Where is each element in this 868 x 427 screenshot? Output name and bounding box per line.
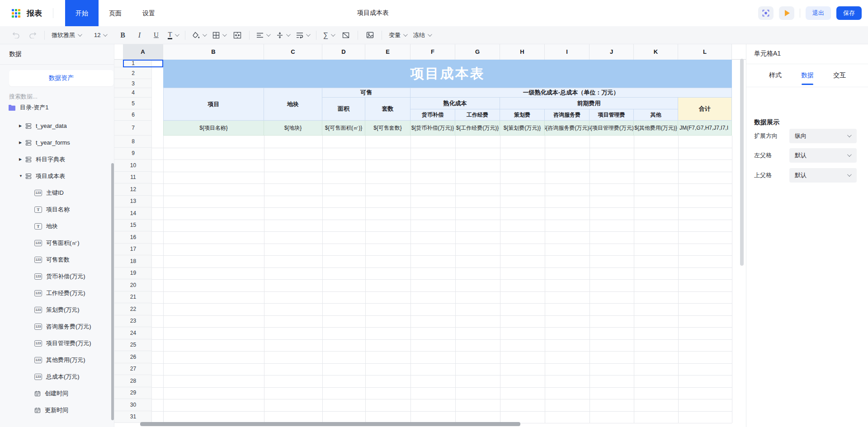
tree-item-策划费(万元)[interactable]: 123策划费(万元) [0, 301, 114, 318]
tab-start[interactable]: 开始 [65, 0, 99, 26]
row-header-28[interactable]: 28 [114, 375, 152, 387]
panel-tab-data[interactable]: 数据 [801, 64, 814, 87]
row-header-5[interactable]: 5 [114, 98, 152, 109]
row-header-31[interactable]: 31 [114, 411, 152, 423]
row-header-7[interactable]: 7 [114, 121, 152, 136]
cell-template-other-fee[interactable]: ${其他费用(万元)} [634, 121, 678, 136]
column-header-J[interactable]: J [590, 44, 634, 60]
redo-button[interactable] [28, 29, 38, 41]
tree-item-主键ID[interactable]: 123主键ID [0, 184, 114, 201]
merge-cells-button[interactable] [232, 29, 242, 41]
row-header-24[interactable]: 24 [114, 327, 152, 339]
cell-header-money-comp[interactable]: 货币补偿 [410, 109, 455, 121]
tree-item-目录-资产1[interactable]: 目录-资产1 [0, 99, 114, 116]
cell-template-sum-formula[interactable]: JM(F7,G7,H7,J7,I7,I [678, 121, 732, 136]
row-header-17[interactable]: 17 [114, 244, 152, 256]
tree-item-可售套数[interactable]: 123可售套数 [0, 251, 114, 268]
row-header-25[interactable]: 25 [114, 339, 152, 352]
column-header-B[interactable]: B [163, 44, 264, 60]
exit-button[interactable]: 退出 [806, 6, 831, 20]
left-parent-select[interactable]: 默认 [789, 148, 857, 163]
row-header-6[interactable]: 6 [114, 109, 152, 121]
column-header-C[interactable]: C [264, 44, 322, 60]
row-header-14[interactable]: 14 [114, 207, 152, 220]
sidebar-scrollbar[interactable] [111, 163, 114, 420]
save-button[interactable]: 保存 [836, 6, 862, 20]
tree-item-其他费用(万元)[interactable]: 123其他费用(万元) [0, 352, 114, 368]
variable-menu[interactable]: 变量 [389, 31, 406, 39]
vertical-scrollbar[interactable] [740, 59, 744, 266]
sum-function-button[interactable]: ∑ [323, 29, 334, 41]
tab-settings[interactable]: 设置 [132, 0, 165, 26]
row-header-18[interactable]: 18 [114, 255, 152, 267]
cell-header-work-fund[interactable]: 工作经费 [455, 109, 500, 121]
italic-button[interactable]: I [134, 29, 144, 41]
cell-header-consult-fee[interactable]: 咨询服务费 [545, 109, 590, 121]
row-header-9[interactable]: 9 [114, 148, 152, 160]
column-header-F[interactable]: F [410, 44, 455, 60]
column-header-A[interactable]: A [123, 44, 163, 60]
row-header-2[interactable]: 2 [114, 67, 152, 79]
row-header-30[interactable]: 30 [114, 399, 152, 411]
cell-template-pm-fee[interactable]: ${项目管理费(万元)} [590, 121, 634, 136]
caret-collapsed-icon[interactable]: ▶ [19, 157, 25, 161]
cell-header-early-fees[interactable]: 前期费用 [500, 98, 678, 109]
tree-item-工作经费(万元)[interactable]: 123工作经费(万元) [0, 285, 114, 301]
row-header-23[interactable]: 23 [114, 315, 152, 328]
text-wrap-button[interactable] [296, 29, 309, 41]
insert-image-button[interactable] [365, 29, 375, 41]
row-header-1[interactable]: 1 [114, 60, 152, 67]
tree-item-t_year_data[interactable]: ▶t_year_data [0, 117, 114, 134]
tree-item-咨询服务费(万元)[interactable]: 123咨询服务费(万元) [0, 318, 114, 335]
column-header-K[interactable]: K [634, 44, 678, 60]
tree-item-项目成本表[interactable]: ▼项目成本表 [0, 168, 114, 184]
row-header-8[interactable]: 8 [114, 136, 152, 148]
row-header-12[interactable]: 12 [114, 183, 152, 196]
horizontal-scrollbar[interactable] [140, 422, 520, 426]
borders-button[interactable] [212, 29, 226, 41]
cell-template-area[interactable]: ${可售面积(㎡)} [322, 121, 365, 136]
panel-tab-style[interactable]: 样式 [769, 64, 782, 87]
row-header-15[interactable]: 15 [114, 220, 152, 232]
diagonal-cell-button[interactable] [341, 29, 351, 41]
horizontal-align-button[interactable] [256, 29, 269, 41]
panel-tab-interaction[interactable]: 交互 [833, 64, 846, 87]
tree-item-t_year_forms[interactable]: ▶t_year_forms [0, 134, 114, 151]
column-header-I[interactable]: I [545, 44, 590, 60]
font-size-select[interactable]: 12 [94, 32, 106, 38]
cell-template-work-fund[interactable]: ${工作经费(万元)} [455, 121, 500, 136]
row-header-3[interactable]: 3 [114, 79, 152, 88]
cell-header-sellable[interactable]: 可售 [322, 88, 410, 98]
cell-template-money-comp[interactable]: ${货币补偿(万元)} [410, 121, 455, 136]
row-header-4[interactable]: 4 [114, 88, 152, 98]
column-header-H[interactable]: H [500, 44, 545, 60]
row-header-27[interactable]: 27 [114, 363, 152, 375]
column-header-D[interactable]: D [322, 44, 365, 60]
tree-item-更新时间[interactable]: 更新时间 [0, 402, 114, 418]
column-header-G[interactable]: G [455, 44, 500, 60]
tree-item-可售面积(㎡)[interactable]: 123可售面积(㎡) [0, 235, 114, 251]
tree-item-货币补偿(万元)[interactable]: 123货币补偿(万元) [0, 268, 114, 285]
cell-header-project[interactable]: 项目 [163, 88, 264, 121]
cell-header-plot[interactable]: 地块 [264, 88, 322, 121]
cell-header-total[interactable]: 合计 [678, 98, 732, 121]
text-color-button[interactable]: T [168, 29, 178, 41]
tree-item-地块[interactable]: T地块 [0, 218, 114, 235]
font-family-select[interactable]: 微软雅黑 [52, 31, 81, 39]
tree-item-科目字典表[interactable]: ▶科目字典表 [0, 151, 114, 168]
vertical-align-button[interactable] [276, 29, 289, 41]
cell-template-units[interactable]: ${可售套数} [365, 121, 410, 136]
column-header-E[interactable]: E [365, 44, 410, 60]
row-header-29[interactable]: 29 [114, 387, 152, 399]
row-header-16[interactable]: 16 [114, 231, 152, 244]
cell-template-planning-fee[interactable]: ${策划费(万元)} [500, 121, 545, 136]
top-parent-select[interactable]: 默认 [789, 168, 857, 183]
focus-mode-button[interactable] [758, 6, 774, 20]
data-asset-button[interactable]: 数据资产 [9, 70, 113, 86]
tree-item-项目名称[interactable]: T项目名称 [0, 201, 114, 218]
row-header-11[interactable]: 11 [114, 172, 152, 184]
cell-header-other[interactable]: 其他 [634, 109, 678, 121]
row-header-13[interactable]: 13 [114, 196, 152, 208]
column-header-L[interactable]: L [678, 44, 732, 60]
caret-collapsed-icon[interactable]: ▶ [19, 124, 25, 128]
